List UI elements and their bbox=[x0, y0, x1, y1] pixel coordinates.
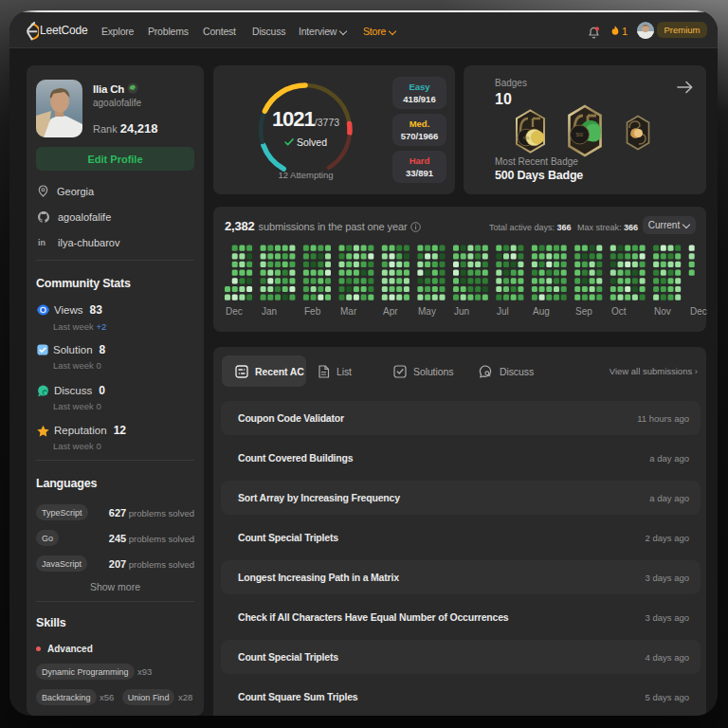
svg-text:365: 365 bbox=[523, 136, 531, 140]
svg-text:500: 500 bbox=[576, 133, 584, 137]
svg-text:in: in bbox=[38, 238, 46, 247]
